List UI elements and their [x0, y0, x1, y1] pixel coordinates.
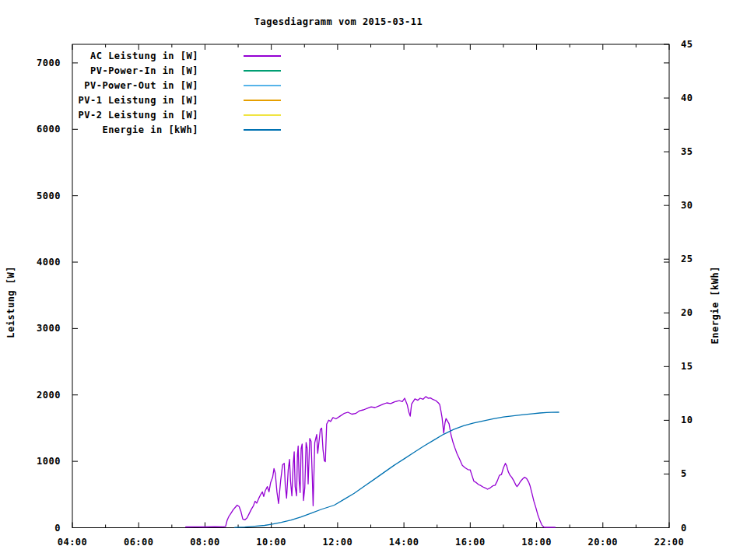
x-tick-label: 06:00 [124, 537, 154, 548]
legend-label-pv2-leistung: PV-2 Leistung in [W] [79, 110, 199, 121]
x-tick-label: 08:00 [190, 537, 220, 548]
y2-tick-label: 15 [681, 361, 693, 372]
legend-label-energie: Energie in [kWh] [102, 124, 198, 135]
y1-tick-label: 5000 [37, 191, 61, 201]
y1-tick-label: 6000 [37, 124, 61, 135]
y1-tick-label: 0 [54, 523, 61, 534]
legend-label-ac-leistung: AC Leistung in [W] [90, 51, 198, 61]
x-tick-label: 16:00 [455, 537, 486, 548]
x-tick-label: 18:00 [521, 537, 552, 548]
chart-canvas: Tagesdiagramm vom 2015-03-11 Leistung [W… [0, 0, 747, 560]
legend-label-pv-power-in: PV-Power-In in [W] [90, 65, 198, 76]
legend-label-pv1-leistung: PV-1 Leistung in [W] [79, 95, 199, 106]
y2-tick-label: 20 [681, 307, 693, 318]
x-tick-label: 14:00 [389, 537, 419, 548]
x-tick-label: 22:00 [654, 537, 685, 548]
legend-label-pv-power-out: PV-Power-Out in [W] [84, 80, 198, 91]
y2-tick-label: 5 [681, 468, 687, 479]
x-tick-label: 12:00 [323, 537, 353, 548]
y2-tick-label: 45 [681, 39, 693, 50]
y2-tick-label: 30 [681, 200, 693, 211]
y2-tick-label: 10 [681, 415, 693, 425]
x-tick-label: 10:00 [256, 537, 286, 548]
y2-tick-label: 25 [681, 254, 693, 264]
x-tick-label: 04:00 [58, 537, 88, 548]
y1-tick-label: 2000 [37, 390, 61, 401]
y2-tick-label: 40 [681, 93, 693, 103]
chart-plot: 04:0006:0008:0010:0012:0014:0016:0018:00… [0, 0, 747, 560]
ac-leistung-line [186, 397, 556, 527]
y1-tick-label: 4000 [37, 257, 61, 268]
energie-line [235, 412, 559, 527]
y1-tick-label: 1000 [37, 456, 61, 467]
y2-tick-label: 35 [681, 146, 693, 157]
y1-tick-label: 7000 [37, 58, 61, 68]
y2-tick-label: 0 [681, 523, 687, 534]
y1-tick-label: 3000 [37, 323, 61, 334]
x-tick-label: 20:00 [587, 537, 618, 548]
